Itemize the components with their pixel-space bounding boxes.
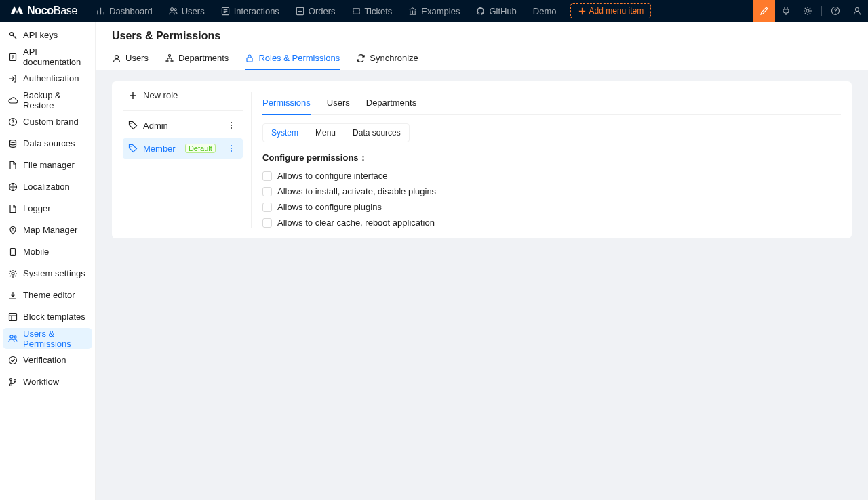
plug-icon [781,6,791,16]
layout-icon [8,312,18,322]
perm-subtab[interactable]: System [263,124,307,142]
pin-icon [8,226,18,235]
cloud-icon [8,96,18,105]
tag-icon [128,121,138,130]
permission-label: Allows to clear cache, reboot applicatio… [277,217,435,228]
top-nav-item[interactable]: Tickets [344,0,401,22]
db-icon [8,139,18,148]
top-nav-item[interactable]: Examples [400,0,468,22]
top-nav-item[interactable]: Demo [525,0,565,22]
top-header: NocoBase DashboardUsersInteractionsOrder… [0,0,868,22]
perm-tab[interactable]: Permissions [262,92,311,114]
perm-subtab[interactable]: Menu [307,124,344,142]
check-icon [8,356,18,365]
ticket-icon [352,7,361,16]
lock-icon [245,54,254,63]
sidebar-item-label: Authentication [23,73,79,83]
page-tab[interactable]: Users [112,47,149,70]
sidebar-item[interactable]: API keys [3,24,92,45]
new-role-button[interactable]: New role [123,92,243,111]
top-nav-label: Tickets [365,6,393,16]
top-nav-item[interactable]: GitHub [468,0,524,22]
mobile-icon [8,247,18,257]
sidebar-item[interactable]: Workflow [3,371,92,392]
roles-column: New role AdminMemberDefault [123,92,252,228]
brand-name: NocoBase [27,5,77,17]
sidebar-item[interactable]: Block templates [3,306,92,327]
sidebar-item-label: File manager [23,160,75,170]
permission-row: Allows to install, activate, disable plu… [262,186,841,196]
top-nav-item[interactable]: Interactions [213,0,288,22]
top-nav-item[interactable]: Dashboard [88,0,161,22]
logo-icon [11,6,23,16]
sidebar-item[interactable]: Custom brand [3,111,92,132]
sidebar-item-label: System settings [23,268,85,278]
page-tabs: UsersDepartmentsRoles & PermissionsSynch… [112,47,852,70]
role-more-button[interactable] [225,142,237,154]
design-mode-button[interactable] [753,0,775,22]
globe-icon [8,182,18,192]
top-nav-item[interactable]: Users [161,0,213,22]
top-nav-item[interactable]: Orders [288,0,344,22]
perm-tab[interactable]: Departments [366,92,416,114]
permission-checkbox[interactable] [262,203,272,212]
sidebar-item[interactable]: Authentication [3,68,92,89]
sidebar-item[interactable]: Theme editor [3,285,92,306]
perm-tab[interactable]: Users [327,92,350,114]
sidebar-item-label: Users & Permissions [23,329,87,349]
sidebar-item[interactable]: Users & Permissions [3,328,92,349]
plugin-button[interactable] [775,0,797,22]
permission-tabs: PermissionsUsersDepartments [262,92,841,115]
brand-logo[interactable]: NocoBase [0,5,88,17]
sidebar-item[interactable]: Logger [3,198,92,219]
permission-subtabs: SystemMenuData sources [262,123,410,142]
form-icon [221,7,230,16]
permission-label: Allows to install, activate, disable plu… [277,186,436,196]
roles-permissions-card: New role AdminMemberDefault PermissionsU… [112,81,852,238]
sidebar-item[interactable]: Verification [3,350,92,371]
top-nav: DashboardUsersInteractionsOrdersTicketsE… [88,0,564,22]
top-nav-label: Demo [533,6,557,16]
gear-icon [803,6,812,16]
permission-checkbox[interactable] [262,171,272,181]
login-icon [8,74,18,83]
page-tab[interactable]: Synchronize [356,47,418,70]
permission-label: Allows to configure interface [277,171,388,181]
sidebar-item[interactable]: Localization [3,176,92,197]
page-tab[interactable]: Departments [165,47,229,70]
sidebar-item-label: Custom brand [23,117,79,127]
role-item[interactable]: Admin [123,115,243,136]
sidebar-item[interactable]: Map Manager [3,220,92,241]
permission-checkbox[interactable] [262,187,272,196]
role-item[interactable]: MemberDefault [123,138,243,159]
tree-icon [165,54,174,63]
more-icon [226,144,236,153]
sidebar-item[interactable]: Backup & Restore [3,89,92,110]
sidebar-item[interactable]: Data sources [3,133,92,154]
content: New role AdminMemberDefault PermissionsU… [96,70,868,249]
perm-subtab[interactable]: Data sources [344,124,409,142]
plus-icon [578,7,587,16]
page-title: Users & Permissions [112,30,852,42]
sidebar-item[interactable]: System settings [3,263,92,284]
doc-icon [8,52,18,62]
page-tab[interactable]: Roles & Permissions [245,47,340,70]
help-button[interactable] [825,0,846,22]
settings-button[interactable] [797,0,818,22]
bank-icon [408,7,417,16]
plus-square-icon [296,7,304,16]
top-nav-label: Dashboard [109,6,153,16]
add-menu-item-button[interactable]: Add menu item [570,3,652,18]
sidebar-item[interactable]: API documentation [3,46,92,67]
sidebar-item-label: Logger [23,203,50,213]
sidebar-item[interactable]: Mobile [3,241,92,262]
user-menu-button[interactable] [846,0,868,22]
role-more-button[interactable] [225,119,237,131]
permission-checkbox[interactable] [262,218,272,228]
github-icon [476,7,485,16]
chart-icon [96,7,105,16]
sidebar-item-label: Mobile [23,247,49,257]
sync-icon [356,54,366,63]
sidebar-item[interactable]: File manager [3,154,92,175]
permission-row: Allows to clear cache, reboot applicatio… [262,217,841,228]
